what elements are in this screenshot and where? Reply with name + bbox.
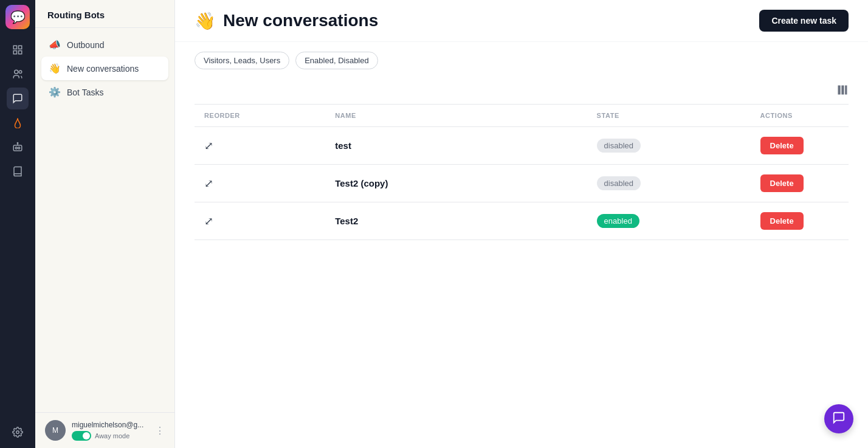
- reorder-handle[interactable]: ⤢: [204, 215, 213, 227]
- col-name: NAME: [325, 105, 587, 127]
- reorder-cell: ⤢: [195, 202, 325, 240]
- sidebar-footer: M miguelmichelson@g... Away mode ⋮: [35, 412, 174, 448]
- name-cell: test: [325, 127, 587, 165]
- table-row: ⤢ test disabled Delete: [195, 127, 849, 165]
- audience-filter[interactable]: Visitors, Leads, Users: [195, 52, 289, 69]
- actions-cell: Delete: [751, 127, 849, 165]
- bots-table: REORDER NAME STATE ACTIONS ⤢ test disabl…: [195, 104, 849, 240]
- new-conversations-icon: 👋: [49, 63, 61, 74]
- svg-point-8: [18, 147, 20, 149]
- state-filter[interactable]: Enabled, Disabled: [295, 52, 378, 69]
- actions-cell: Delete: [751, 165, 849, 202]
- nav-book[interactable]: [7, 160, 29, 182]
- name-cell: Test2 (copy): [325, 165, 587, 202]
- page-title-text: New conversations: [223, 11, 378, 30]
- page-title: 👋 New conversations: [195, 11, 378, 31]
- svg-point-5: [19, 71, 22, 74]
- table-row: ⤢ Test2 (copy) disabled Delete: [195, 165, 849, 202]
- nav-grid[interactable]: [7, 39, 29, 61]
- svg-rect-11: [838, 86, 841, 95]
- svg-rect-0: [13, 46, 16, 49]
- nav-flame[interactable]: [7, 112, 29, 134]
- name-cell: Test2: [325, 202, 587, 240]
- bot-tasks-icon: ⚙️: [49, 86, 61, 98]
- sidebar-item-outbound[interactable]: 📣 Outbound: [41, 33, 168, 57]
- footer-info: miguelmichelson@g... Away mode: [72, 421, 149, 441]
- nav-settings[interactable]: [7, 421, 29, 443]
- reorder-handle[interactable]: ⤢: [204, 177, 213, 190]
- svg-point-7: [15, 147, 17, 149]
- svg-rect-1: [19, 46, 22, 49]
- svg-rect-13: [845, 86, 847, 95]
- state-badge: disabled: [597, 176, 641, 190]
- sidebar-item-label: Bot Tasks: [67, 88, 103, 97]
- main-content: 👋 New conversations Create new task Visi…: [175, 0, 868, 448]
- sidebar-item-new-conversations[interactable]: 👋 New conversations: [41, 57, 168, 80]
- icon-bar: 💬: [0, 0, 35, 448]
- sidebar-item-label: Outbound: [67, 40, 105, 50]
- state-badge: disabled: [597, 139, 641, 153]
- state-cell: enabled: [587, 202, 751, 240]
- state-cell: disabled: [587, 165, 751, 202]
- svg-point-4: [15, 70, 18, 74]
- col-actions: ACTIONS: [751, 105, 849, 127]
- main-header: 👋 New conversations Create new task: [175, 0, 868, 42]
- svg-rect-12: [841, 86, 844, 95]
- footer-menu-button[interactable]: ⋮: [155, 425, 165, 436]
- delete-button[interactable]: Delete: [760, 137, 804, 154]
- footer-status: Away mode: [72, 431, 149, 441]
- bot-name: Test2 (copy): [335, 178, 388, 188]
- page-title-emoji: 👋: [195, 11, 216, 31]
- user-avatar: M: [45, 420, 66, 441]
- reorder-cell: ⤢: [195, 165, 325, 202]
- outbound-icon: 📣: [49, 39, 61, 50]
- app-logo[interactable]: 💬: [5, 5, 30, 29]
- nav-robot[interactable]: [7, 136, 29, 158]
- svg-rect-3: [19, 51, 22, 54]
- nav-chat[interactable]: [7, 88, 29, 109]
- bot-name: test: [335, 140, 351, 151]
- away-mode-toggle[interactable]: [72, 431, 91, 441]
- state-cell: disabled: [587, 127, 751, 165]
- sidebar-nav: 📣 Outbound 👋 New conversations ⚙️ Bot Ta…: [35, 28, 174, 412]
- footer-username: miguelmichelson@g...: [72, 421, 149, 429]
- actions-cell: Delete: [751, 202, 849, 240]
- svg-point-10: [16, 431, 19, 434]
- reorder-handle[interactable]: ⤢: [204, 140, 213, 152]
- reorder-cell: ⤢: [195, 127, 325, 165]
- state-badge: enabled: [597, 214, 639, 228]
- nav-team[interactable]: [7, 63, 29, 85]
- delete-button[interactable]: Delete: [760, 174, 804, 192]
- table-container: REORDER NAME STATE ACTIONS ⤢ test disabl…: [175, 79, 868, 448]
- sidebar: Routing Bots 📣 Outbound 👋 New conversati…: [35, 0, 175, 448]
- sidebar-item-bot-tasks[interactable]: ⚙️ Bot Tasks: [41, 80, 168, 104]
- sidebar-title: Routing Bots: [35, 0, 174, 28]
- view-toggle-icon[interactable]: [836, 84, 849, 99]
- svg-rect-2: [13, 51, 16, 54]
- chat-widget-button[interactable]: [824, 404, 853, 433]
- bot-name: Test2: [335, 216, 358, 226]
- create-new-task-button[interactable]: Create new task: [759, 10, 849, 32]
- col-reorder: REORDER: [195, 105, 325, 127]
- table-actions-bar: [195, 79, 849, 104]
- table-header-row: REORDER NAME STATE ACTIONS: [195, 105, 849, 127]
- away-label: Away mode: [95, 432, 129, 439]
- sidebar-item-label: New conversations: [67, 64, 139, 74]
- svg-point-9: [17, 143, 18, 144]
- filters-bar: Visitors, Leads, Users Enabled, Disabled: [175, 42, 868, 79]
- delete-button[interactable]: Delete: [760, 212, 804, 230]
- table-row: ⤢ Test2 enabled Delete: [195, 202, 849, 240]
- chat-widget-icon: [832, 411, 846, 427]
- col-state: STATE: [587, 105, 751, 127]
